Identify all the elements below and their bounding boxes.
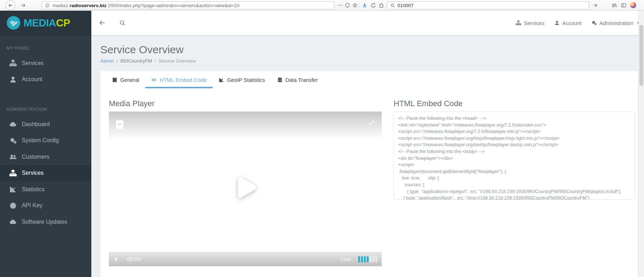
cloud-icon: [9, 218, 17, 226]
breadcrumb: Admin/993CountryFM/Service Overview: [100, 58, 638, 64]
more-options-icon[interactable]: [338, 3, 343, 8]
main-content: Service Overview Admin/993CountryFM/Serv…: [91, 35, 638, 277]
sidebar-item-services-admin[interactable]: Services: [0, 165, 91, 182]
tab-label: GeoIP Statistics: [227, 77, 265, 83]
app-header: MEDIACP Services Account Administration: [0, 11, 644, 35]
header-nav: Services Account Administration: [516, 11, 640, 35]
header-back-icon[interactable]: [98, 19, 106, 26]
sidebar-item-system-config[interactable]: System Config: [0, 133, 91, 149]
code-line: <div id="flowplayer"></div>: [398, 155, 630, 162]
sidebar-item-label: Software Updates: [22, 219, 67, 225]
url-text: media1.radioservers.biz:2000/index.php?p…: [52, 3, 240, 8]
nav-services[interactable]: Services: [516, 20, 544, 26]
code-line: { type: "application/flash", src: "rtmp:…: [398, 195, 630, 200]
code-line: <script src="//releases.flowplayer.org/7…: [398, 128, 630, 135]
big-play-button[interactable]: [231, 174, 258, 201]
sidebar-gap: [0, 88, 91, 96]
sidebar-item-api-key[interactable]: API Key: [0, 198, 91, 214]
account-avatar[interactable]: [630, 2, 636, 8]
search-icon: [390, 3, 395, 8]
code-line: { type: "application/x-mpegurl", src: "/…: [398, 188, 630, 195]
sidebar-item-label: API Key: [22, 202, 42, 209]
code-line: sources: [: [398, 182, 630, 188]
sidebar-section-administration: ADMINISTRATION: [0, 96, 91, 116]
brand-logo[interactable]: MEDIACP: [0, 11, 91, 35]
player-control-bar: 00:00 Live: [109, 252, 382, 266]
search-value: 010007: [397, 3, 414, 8]
embed-code-heading: HTML Embed Code: [394, 99, 635, 108]
breadcrumb-service: 993CountryFM: [120, 58, 152, 64]
sidebar-item-software-updates[interactable]: Software Updates: [0, 214, 91, 230]
browser-forward-button[interactable]: [20, 3, 26, 8]
screen: media1.radioservers.biz:2000/index.php?p…: [0, 0, 644, 277]
sidebar-item-label: Services: [22, 170, 44, 176]
browser-toolbar: media1.radioservers.biz:2000/index.php?p…: [0, 0, 644, 11]
scrollbar-thumb[interactable]: [639, 25, 643, 86]
media-player: 00:00 Live: [109, 112, 382, 266]
globe-icon: [9, 202, 17, 209]
code-line: flowplayer(document.getElementById("flow…: [398, 168, 630, 175]
user-icon: [554, 20, 560, 26]
sidebar-item-label: System Config: [22, 137, 59, 144]
sidebar-item-dashboard[interactable]: Dashboard: [0, 116, 91, 133]
sidebar-item-customers[interactable]: Customers: [0, 149, 91, 165]
library-icon[interactable]: [612, 3, 617, 8]
embed-code-panel: HTML Embed Code <!-- Paste the following…: [394, 99, 635, 266]
volume-bars[interactable]: [358, 256, 377, 262]
go-arrow-icon[interactable]: [592, 3, 598, 8]
play-icon[interactable]: [113, 257, 119, 262]
browser-back-button[interactable]: [6, 0, 15, 10]
chart-line-icon: [219, 77, 224, 83]
download-icon[interactable]: [362, 3, 367, 8]
code-line: <script>: [398, 162, 630, 168]
content-columns: Media Player 00:00 Live: [100, 88, 638, 266]
toolbar-divider: [359, 3, 359, 8]
fullscreen-icon[interactable]: [369, 120, 375, 126]
home-icon[interactable]: [379, 3, 384, 8]
sidebar: MY PANEL Services Account ADMINISTRATION…: [0, 35, 91, 277]
code-line: <script src="//releases.flowplayer.org/h…: [398, 135, 630, 142]
tab-data-transfer[interactable]: Data Transfer: [271, 71, 324, 88]
tab-html-embed-code[interactable]: HTML Embed Code: [145, 71, 213, 88]
cloud-icon: [9, 120, 17, 128]
gears-icon: [9, 137, 17, 144]
bookmark-star-icon[interactable]: [352, 3, 358, 8]
header-search-icon[interactable]: [119, 20, 126, 26]
sitemap-icon: [9, 169, 17, 177]
reload-icon[interactable]: [370, 3, 376, 8]
code-line: <link rel="stylesheet" href="//releases.…: [398, 122, 630, 129]
nav-account[interactable]: Account: [554, 20, 582, 26]
users-icon: [9, 153, 17, 160]
mediacp-logo-icon: [7, 16, 20, 30]
breadcrumb-separator: /: [154, 58, 156, 64]
search-input[interactable]: 010007: [387, 1, 589, 9]
tab-geoip-statistics[interactable]: GeoIP Statistics: [213, 71, 271, 88]
breadcrumb-current: Service Overview: [158, 58, 196, 64]
info-icon: [45, 3, 50, 8]
url-domain: radioservers.biz: [70, 3, 107, 8]
nav-administration[interactable]: Administration: [591, 20, 640, 26]
sidebar-item-services[interactable]: Services: [0, 55, 91, 71]
code-icon: [151, 77, 157, 83]
shield-icon[interactable]: [345, 3, 350, 8]
embed-code-box[interactable]: <!-- Paste the following into the <head>…: [394, 112, 635, 200]
code-line: <script src="//releases.flowplayer.org/d…: [398, 142, 630, 148]
sitemap-icon: [516, 20, 521, 26]
sidebar-item-account[interactable]: Account: [0, 71, 91, 88]
sidebar-item-label: Statistics: [22, 186, 45, 193]
share-button[interactable]: [116, 120, 123, 129]
breadcrumb-admin-link[interactable]: Admin: [100, 58, 114, 64]
sitemap-icon: [9, 59, 17, 67]
tab-general[interactable]: General: [106, 71, 145, 88]
code-line: live: true, clip: {: [398, 175, 630, 182]
code-line: <!-- Paste the following into the <body>…: [398, 148, 630, 155]
sidebar-toggle-icon[interactable]: [621, 3, 627, 8]
sidebar-item-label: Account: [22, 76, 42, 83]
live-badge: Live: [340, 256, 350, 262]
gears-icon: [591, 20, 597, 26]
url-bar[interactable]: media1.radioservers.biz:2000/index.php?p…: [42, 1, 334, 9]
window-scrollbar[interactable]: [638, 11, 644, 277]
sidebar-item-statistics[interactable]: Statistics: [0, 181, 91, 198]
media-player-heading: Media Player: [109, 99, 382, 108]
share-icon: [117, 122, 122, 127]
